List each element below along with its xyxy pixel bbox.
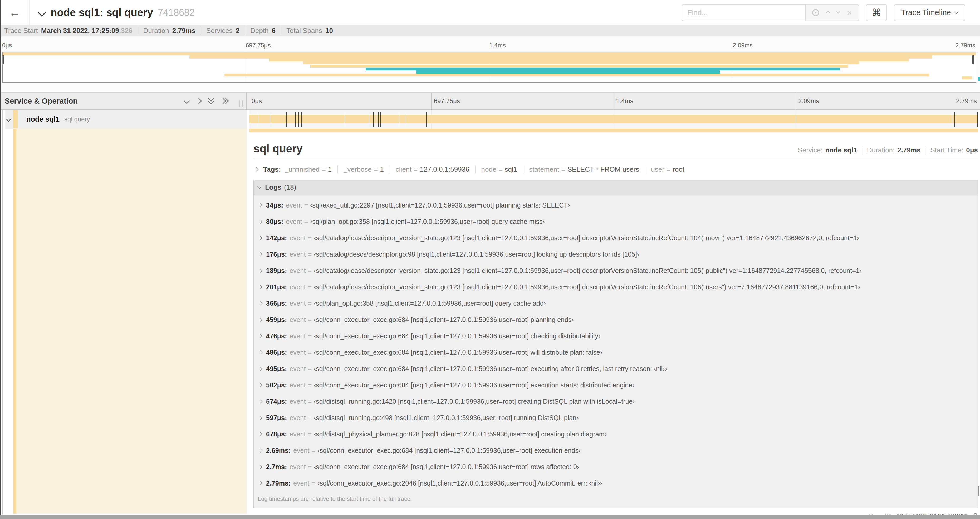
log-marker [426,112,426,126]
log-entry[interactable]: 142μs:event=‹sql/catalog/lease/descripto… [258,230,978,246]
minimap-canvas[interactable] [2,52,976,83]
log-entry[interactable]: 574μs:event=‹sql/distsql_running.go:1420… [258,393,978,410]
logs-count: (18) [284,183,296,192]
bottom-scrollbar-track[interactable] [0,515,980,519]
scrollbar-thumb[interactable] [978,486,980,496]
logs-header[interactable]: Logs (18) [254,180,978,195]
log-entry[interactable]: 2.69ms:event=‹sql/conn_executor_exec.go:… [258,442,978,458]
tag-value: sql1 [505,165,517,174]
log-entry[interactable]: 597μs:event=‹sql/distsql_running.go:498 … [258,410,978,426]
tags-row[interactable]: Tags: _unfinished=1_verbose=1client=127.… [253,165,978,174]
log-marker [378,112,379,126]
locate-icon[interactable] [812,9,819,16]
detail-accent-row [0,129,980,133]
equals-sign: = [308,381,312,389]
expand-all-icon[interactable] [221,99,228,103]
log-timestamp: 80μs: [266,218,283,225]
row-collapse-icon[interactable] [6,117,11,121]
timeline-header: Service & Operation 0μs697.75μs1.4ms2.09… [0,92,980,110]
log-expand-icon [258,285,262,289]
log-timestamp: 2.79ms: [266,479,291,487]
column-resize-grabber[interactable] [239,101,243,107]
log-entry[interactable]: 486μs:event=‹sql/conn_executor_exec.go:6… [258,344,978,361]
tag[interactable]: _verbose=1 [337,165,384,174]
log-field-key: event [290,463,305,471]
log-entry[interactable]: 678μs:event=‹sql/distsql_physical_planne… [258,426,978,442]
equals-sign: = [308,234,312,242]
log-field-key: event [290,430,305,438]
log-entry[interactable]: 495μs:event=‹sql/conn_executor_exec.go:6… [258,361,978,377]
log-field-key: event [293,479,309,487]
tag[interactable]: _unfinished=1 [285,165,332,174]
trace-title-wrap[interactable]: node sql1: sql query 7418682 [39,6,195,18]
log-timestamp: 2.7ms: [266,463,287,471]
minimap-span-bar [269,59,908,61]
log-entry[interactable]: 502μs:event=‹sql/conn_executor_exec.go:6… [258,377,978,393]
logs-label: Logs [265,183,282,192]
scrollbar-teal-mark [978,77,980,81]
equals-sign: = [414,165,418,174]
logs-footnote: Log timestamps are relative to the start… [254,491,978,508]
tag-key: statement [529,165,559,174]
detail-meta-value: node sql1 [825,146,857,154]
log-entry[interactable]: 2.79ms:event=‹sql/conn_executor_exec.go:… [258,475,978,491]
log-entry[interactable]: 80μs:event=‹sql/plan_opt.go:358 [nsql1,c… [258,213,978,230]
trace-timeline-page: ← node sql1: sql query 7418682 × ⌘ Trace [0,0,980,519]
log-entry[interactable]: 2.7ms:event=‹sql/conn_executor_exec.go:6… [258,458,978,475]
tags-expand-icon [255,168,259,172]
expand-one-icon[interactable] [196,98,202,104]
ruler-tick-label: 2.79ms [956,97,977,105]
equals-sign: = [308,463,312,471]
log-field-key: event [290,349,305,356]
tag-value: 1 [380,165,383,174]
detail-meta-label: Service: [798,146,823,154]
keyboard-shortcuts-button[interactable]: ⌘ [866,4,887,21]
find-input[interactable] [681,4,805,21]
log-entry[interactable]: 366μs:event=‹sql/plan_opt.go:358 [nsql1,… [258,295,978,311]
span-row[interactable]: node sql1 sql query [0,110,980,129]
find-clear-icon[interactable]: × [847,8,852,17]
detail-accent-bar [249,129,978,133]
log-field-value: ‹sql/distsql_physical_planner.go:828 [ns… [314,430,607,438]
tag[interactable]: client=127.0.0.1:59936 [390,165,469,174]
span-color-chip [13,110,18,128]
log-entry[interactable]: 34μs:event=‹sql/exec_util.go:2297 [nsql1… [258,197,978,213]
log-entry[interactable]: 459μs:event=‹sql/conn_executor_exec.go:6… [258,311,978,328]
log-entry[interactable]: 201μs:event=‹sql/catalog/lease/descripto… [258,279,978,295]
span-bar-area[interactable] [249,110,978,129]
equals-sign: = [498,165,503,174]
log-field-value: ‹sql/conn_executor_exec.go:2046 [nsql1,c… [317,479,602,487]
span-rows: node sql1 sql query sql query Service:no… [0,110,980,514]
logs-list: 34μs:event=‹sql/exec_util.go:2297 [nsql1… [254,195,978,491]
log-field-key: event [290,283,305,291]
summary-value: 2 [236,27,239,35]
find-prev-icon[interactable] [826,11,830,15]
ruler-gridline [795,93,796,109]
log-entry[interactable]: 476μs:event=‹sql/conn_executor_exec.go:6… [258,328,978,344]
trace-view-selector[interactable]: Trace Timeline [894,4,965,21]
span-name-cell[interactable]: node sql1 sql query [0,110,247,129]
minimap-tick-label: 0μs [2,42,12,49]
log-entry[interactable]: 189μs:event=‹sql/catalog/lease/descripto… [258,262,978,279]
tag[interactable]: statement=SELECT * FROM users [523,165,639,174]
minimap-span-bar [3,53,976,55]
equals-sign: = [561,165,565,174]
log-expand-icon [258,465,262,469]
equals-sign: = [312,479,315,487]
tag[interactable]: node=sql1 [475,165,517,174]
back-button[interactable]: ← [0,0,30,25]
tag[interactable]: user=root [645,165,684,174]
log-entry[interactable]: 176μs:event=‹sql/catalog/descs/descripto… [258,246,978,262]
summary-item: Services2 [201,27,239,35]
collapse-one-icon[interactable] [184,98,190,104]
collapse-all-icon[interactable] [209,98,213,104]
span-service-name: node sql1 [26,115,59,123]
find-next-icon[interactable] [836,10,840,14]
detail-meta-item: Duration:2.79ms [862,146,921,154]
log-timestamp: 476μs: [266,332,287,340]
log-timestamp: 189μs: [266,267,287,275]
summary-value: 2.79ms [172,27,196,35]
log-timestamp: 495μs: [266,365,287,373]
command-icon: ⌘ [872,7,881,18]
log-marker [345,112,345,126]
